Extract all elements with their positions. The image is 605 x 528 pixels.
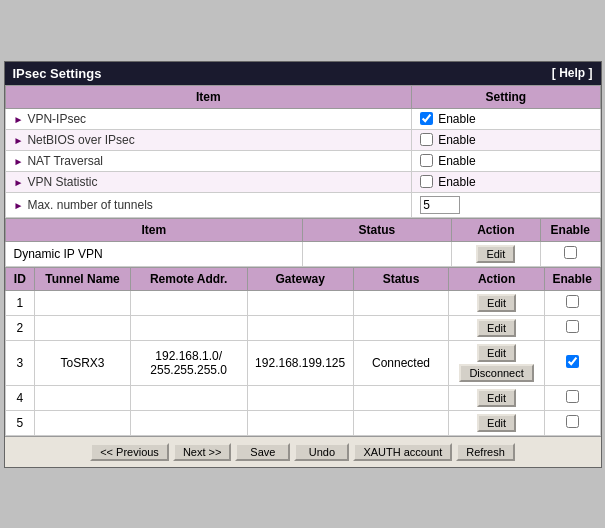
row2-action: Edit	[449, 315, 545, 340]
row2-edit-button[interactable]: Edit	[477, 319, 516, 337]
row5-edit-button[interactable]: Edit	[477, 414, 516, 432]
vpn-statistic-checkbox[interactable]	[420, 175, 433, 188]
table-row: 4 Edit	[5, 385, 600, 410]
table-row: 5 Edit	[5, 410, 600, 435]
row1-id: 1	[5, 290, 35, 315]
nat-checkbox[interactable]	[420, 154, 433, 167]
vpn-statistic-label: ►VPN Statistic	[5, 171, 412, 192]
vpn-ipsec-enable-label: Enable	[438, 112, 475, 126]
th-gateway: Gateway	[247, 267, 353, 290]
prev-button[interactable]: << Previous	[90, 443, 169, 461]
row1-name	[35, 290, 131, 315]
next-button[interactable]: Next >>	[173, 443, 232, 461]
row4-id: 4	[5, 385, 35, 410]
arrow-icon-4: ►	[14, 177, 24, 188]
row2-id: 2	[5, 315, 35, 340]
xauth-button[interactable]: XAUTH account	[353, 443, 452, 461]
th-tunnel-name: Tunnel Name	[35, 267, 131, 290]
vpn-ipsec-setting: Enable	[412, 108, 600, 129]
row3-id: 3	[5, 340, 35, 385]
row-vpn-statistic: ►VPN Statistic Enable	[5, 171, 600, 192]
th-enable: Enable	[544, 267, 600, 290]
row4-remote	[130, 385, 247, 410]
row2-name	[35, 315, 131, 340]
settings-table: Item Setting ►VPN-IPsec Enable ►NetBIOS …	[5, 85, 601, 218]
row3-remote: 192.168.1.0/255.255.255.0	[130, 340, 247, 385]
dynamic-vpn-table: Item Status Action Enable Dynamic IP VPN…	[5, 218, 601, 267]
netbios-enable-label: Enable	[438, 133, 475, 147]
dynamic-enable-checkbox[interactable]	[564, 246, 577, 259]
page-container: IPsec Settings [ Help ] Item Setting ►VP…	[4, 61, 602, 468]
row3-enable	[544, 340, 600, 385]
max-tunnels-input[interactable]	[420, 196, 460, 214]
row5-enable-checkbox[interactable]	[566, 415, 579, 428]
row3-status: Connected	[353, 340, 449, 385]
row1-status	[353, 290, 449, 315]
max-tunnels-setting	[412, 192, 600, 217]
toolbar: << Previous Next >> Save Undo XAUTH acco…	[5, 436, 601, 467]
netbios-checkbox[interactable]	[420, 133, 433, 146]
vpn-statistic-enable-label: Enable	[438, 175, 475, 189]
row3-enable-checkbox[interactable]	[566, 355, 579, 368]
row4-edit-button[interactable]: Edit	[477, 389, 516, 407]
row4-enable	[544, 385, 600, 410]
max-tunnels-label: ►Max. number of tunnels	[5, 192, 412, 217]
arrow-icon-5: ►	[14, 200, 24, 211]
row-netbios: ►NetBIOS over IPsec Enable	[5, 129, 600, 150]
row1-remote	[130, 290, 247, 315]
row5-gateway	[247, 410, 353, 435]
row4-action: Edit	[449, 385, 545, 410]
nat-label: ►NAT Traversal	[5, 150, 412, 171]
th-remote-addr: Remote Addr.	[130, 267, 247, 290]
dynamic-status-header: Status	[303, 218, 452, 241]
undo-button[interactable]: Undo	[294, 443, 349, 461]
dynamic-ip-vpn-enable	[541, 241, 601, 266]
vpn-statistic-setting: Enable	[412, 171, 600, 192]
row3-action: Edit Disconnect	[449, 340, 545, 385]
help-link[interactable]: [ Help ]	[552, 66, 593, 80]
row1-enable	[544, 290, 600, 315]
row5-status	[353, 410, 449, 435]
nat-setting: Enable	[412, 150, 600, 171]
dynamic-ip-vpn-action: Edit	[451, 241, 540, 266]
vpn-ipsec-checkbox[interactable]	[420, 112, 433, 125]
row-max-tunnels: ►Max. number of tunnels	[5, 192, 600, 217]
dynamic-ip-vpn-label: Dynamic IP VPN	[5, 241, 303, 266]
row3-disconnect-button[interactable]: Disconnect	[459, 364, 533, 382]
row3-gateway: 192.168.199.125	[247, 340, 353, 385]
title-bar: IPsec Settings [ Help ]	[5, 62, 601, 85]
row3-name: ToSRX3	[35, 340, 131, 385]
dynamic-ip-vpn-row: Dynamic IP VPN Edit	[5, 241, 600, 266]
th-action: Action	[449, 267, 545, 290]
dynamic-edit-button[interactable]: Edit	[476, 245, 515, 263]
th-status: Status	[353, 267, 449, 290]
col-setting-header: Setting	[412, 85, 600, 108]
row-vpn-ipsec: ►VPN-IPsec Enable	[5, 108, 600, 129]
row4-gateway	[247, 385, 353, 410]
row3-edit-button[interactable]: Edit	[477, 344, 516, 362]
row1-edit-button[interactable]: Edit	[477, 294, 516, 312]
row4-enable-checkbox[interactable]	[566, 390, 579, 403]
arrow-icon-2: ►	[14, 135, 24, 146]
nat-enable-label: Enable	[438, 154, 475, 168]
vpn-ipsec-label: ►VPN-IPsec	[5, 108, 412, 129]
table-row: 1 Edit	[5, 290, 600, 315]
th-id: ID	[5, 267, 35, 290]
dynamic-ip-vpn-status	[303, 241, 452, 266]
table-row: 3 ToSRX3 192.168.1.0/255.255.255.0 192.1…	[5, 340, 600, 385]
save-button[interactable]: Save	[235, 443, 290, 461]
row2-enable	[544, 315, 600, 340]
tunnel-table: ID Tunnel Name Remote Addr. Gateway Stat…	[5, 267, 601, 436]
row1-action: Edit	[449, 290, 545, 315]
row2-enable-checkbox[interactable]	[566, 320, 579, 333]
arrow-icon-3: ►	[14, 156, 24, 167]
row1-gateway	[247, 290, 353, 315]
table-row: 2 Edit	[5, 315, 600, 340]
dynamic-enable-header: Enable	[541, 218, 601, 241]
page-title: IPsec Settings	[13, 66, 102, 81]
refresh-button[interactable]: Refresh	[456, 443, 515, 461]
row5-enable	[544, 410, 600, 435]
row1-enable-checkbox[interactable]	[566, 295, 579, 308]
row5-id: 5	[5, 410, 35, 435]
row-nat: ►NAT Traversal Enable	[5, 150, 600, 171]
